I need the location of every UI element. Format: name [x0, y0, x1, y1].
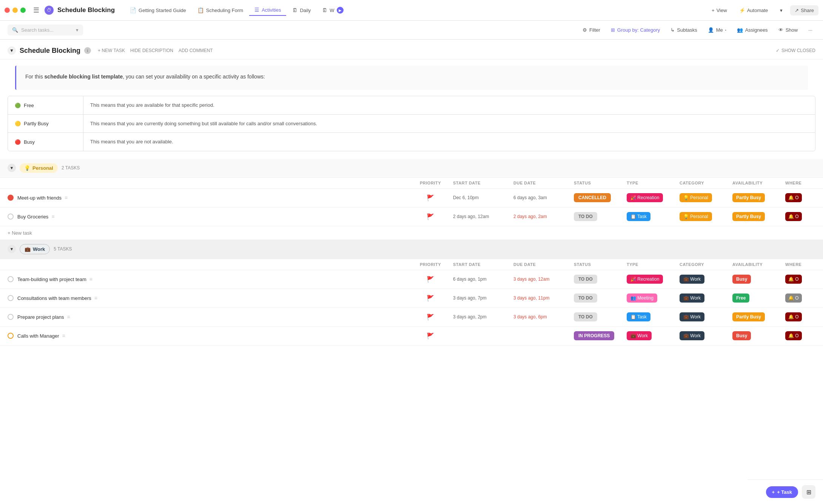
flag-icon: 🚩	[427, 295, 434, 301]
minimize-button[interactable]	[12, 8, 18, 13]
subtasks-button[interactable]: ↳ Subtasks	[667, 25, 700, 35]
search-box[interactable]: 🔍 Search tasks... ▾	[8, 25, 83, 35]
where-badge: 🔔 O	[785, 275, 802, 284]
tab-label: Daily	[300, 8, 311, 13]
where-badge: 🔔 O	[785, 312, 802, 321]
share-icon: ↗	[795, 8, 799, 13]
plus-icon: +	[772, 489, 775, 495]
search-icon: 🔍	[12, 27, 18, 33]
task-type-badge: 📋 Task	[627, 312, 650, 321]
me-icon: 👤	[708, 27, 714, 33]
tab-getting-started[interactable]: 📄 Getting Started Guide	[125, 5, 191, 16]
consultations-due: 3 days ago, 11pm	[513, 295, 574, 301]
team-building-where: 🔔 O	[785, 275, 815, 284]
show-button[interactable]: 👁 Show	[775, 25, 801, 35]
free-text: Free	[24, 103, 34, 108]
prepare-project-avail: Partly Busy	[732, 312, 785, 321]
drag-icon: ≡	[67, 314, 70, 320]
content-area: ▼ Schedule Blocking i + NEW TASK HIDE DE…	[0, 40, 823, 504]
task-row-consultations: Consultations with team members ≡ 🚩 3 da…	[0, 289, 823, 308]
task-check-consultations[interactable]	[8, 295, 14, 301]
new-task-action[interactable]: + NEW TASK	[98, 48, 125, 53]
me-button[interactable]: 👤 Me •	[705, 25, 729, 35]
flag-icon: 🚩	[427, 314, 434, 320]
task-check-team-building[interactable]	[8, 276, 14, 282]
tab-scheduling-form[interactable]: 📋 Scheduling Form	[192, 5, 248, 16]
col-avail-header: AVAILABILITY	[732, 181, 785, 185]
me-label: Me	[716, 27, 723, 33]
work-label: Work	[33, 246, 45, 252]
work-collapse-button[interactable]: ▼	[8, 245, 16, 253]
tab-label: Getting Started Guide	[139, 8, 186, 13]
grid-view-button[interactable]: ⊞	[802, 485, 815, 499]
collapse-button[interactable]: ▼	[8, 46, 16, 55]
assignees-button[interactable]: 👥 Assignees	[734, 25, 771, 35]
buy-groceries-status: TO DO	[574, 212, 627, 221]
daily-icon: 🗓	[292, 7, 297, 13]
partly-busy-dot: 🟡	[15, 121, 21, 126]
bottom-bar: + + Task ⊞	[747, 479, 823, 504]
description-text: For this schedule blocking list template…	[25, 72, 799, 81]
add-task-button[interactable]: + + Task	[766, 486, 798, 498]
availability-table: 🟢 Free This means that you are available…	[8, 96, 815, 151]
group-by-label: Group by: Category	[617, 27, 660, 33]
personal-task-count: 2 TASKS	[62, 165, 80, 171]
show-label: Show	[786, 27, 798, 33]
more-options-button[interactable]: ···	[805, 25, 815, 35]
avail-desc-busy: This means that you are not available.	[83, 133, 815, 151]
maximize-button[interactable]	[20, 8, 26, 13]
personal-collapse-button[interactable]: ▼	[8, 164, 16, 172]
view-button[interactable]: + View	[707, 5, 732, 15]
tab-activities[interactable]: ☰ Activities	[249, 5, 286, 16]
calls-avail: Busy	[732, 331, 785, 340]
personal-new-task-button[interactable]: + New task	[0, 226, 823, 240]
work-cat-badge: 💼 Work	[680, 275, 704, 284]
show-closed-label: SHOW CLOSED	[781, 48, 815, 53]
close-button[interactable]	[5, 8, 10, 13]
work-col-where-header: WHERE	[785, 262, 815, 267]
task-check-meet-up[interactable]	[8, 195, 14, 201]
grid-icon: ⊞	[806, 489, 811, 496]
tab-label: Scheduling Form	[206, 8, 243, 13]
group-by-button[interactable]: ⊞ Group by: Category	[608, 25, 663, 35]
task-row-prepare-project: Prepare project plans ≡ 🚩 3 days ago, 2p…	[0, 308, 823, 327]
flag-icon: 🚩	[427, 276, 434, 283]
work-group-tag: 💼 Work	[20, 244, 50, 254]
info-icon[interactable]: i	[84, 47, 91, 54]
task-check-buy-groceries[interactable]	[8, 214, 14, 220]
task-check-prepare-project[interactable]	[8, 314, 14, 320]
meet-up-where: 🔔 O	[785, 193, 815, 202]
tab-w[interactable]: 🗓 W ▶	[317, 5, 348, 16]
drag-icon: ≡	[62, 333, 65, 339]
meet-up-start: Dec 6, 10pm	[453, 195, 513, 200]
play-icon: ▶	[337, 7, 344, 14]
group-icon: ⊞	[611, 27, 615, 33]
drag-icon: ≡	[65, 195, 68, 201]
avail-label-partly-busy: 🟡 Partly Busy	[8, 115, 83, 133]
automate-button[interactable]: ⚡ Automate	[735, 5, 773, 15]
add-comment-action[interactable]: ADD COMMENT	[179, 48, 213, 53]
calls-label: Calls with Manager	[17, 333, 59, 339]
dot: •	[725, 28, 726, 32]
calls-category: 💼 Work	[680, 331, 732, 340]
share-button[interactable]: ↗ Share	[790, 5, 818, 15]
task-check-calls[interactable]	[8, 333, 14, 339]
show-closed-button[interactable]: ✓ SHOW CLOSED	[776, 48, 815, 53]
hide-description-action[interactable]: HIDE DESCRIPTION	[130, 48, 173, 53]
hamburger-icon[interactable]: ☰	[33, 6, 39, 14]
avail-label-busy: 🔴 Busy	[8, 133, 83, 151]
todo-badge: TO DO	[574, 293, 597, 303]
team-building-priority: 🚩	[408, 276, 453, 283]
tab-label: Activities	[262, 7, 281, 13]
todo-badge: TO DO	[574, 212, 597, 221]
filter-button[interactable]: ⚙ Filter	[579, 25, 603, 35]
drag-icon: ≡	[89, 276, 92, 282]
task-name-team-building: Team-building with project team ≡	[17, 276, 408, 282]
more-dropdown-button[interactable]: ▾	[775, 5, 787, 15]
flag-icon: 🚩	[427, 333, 434, 339]
tab-daily[interactable]: 🗓 Daily	[287, 5, 316, 16]
where-badge: 🔔 O	[785, 193, 802, 202]
filter-icon: ⚙	[583, 27, 587, 33]
avail-desc-free: This means that you are available for th…	[83, 96, 815, 114]
free-avail-badge: Free	[732, 293, 749, 303]
